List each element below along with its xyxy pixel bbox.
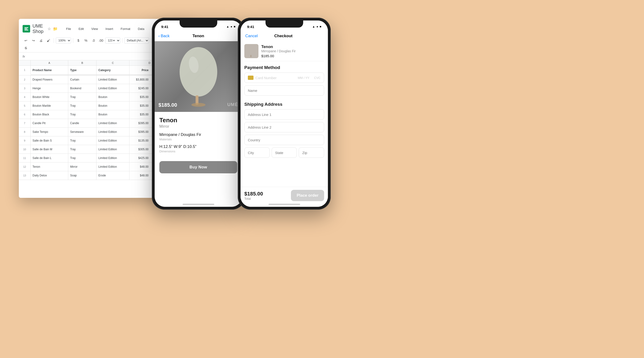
sheets-title-icons: ☆ 📁 — [47, 26, 58, 31]
cell-type[interactable]: Tray — [68, 136, 96, 145]
row-num: 5 — [19, 102, 30, 110]
cell-product-name[interactable]: Salle de Bain L — [30, 154, 68, 162]
city-input[interactable] — [244, 147, 270, 158]
state-input[interactable] — [272, 147, 297, 158]
cell-category[interactable]: Bouton — [96, 102, 130, 110]
checkout-item-thumbnail — [244, 44, 258, 58]
cell-product-name[interactable]: Bouton Black — [30, 110, 68, 119]
cell-category[interactable]: Limited Edition — [96, 119, 130, 127]
cell-type[interactable]: Serveware — [68, 128, 96, 136]
svg-point-0 — [180, 47, 217, 97]
cell-type[interactable]: Soap — [68, 171, 96, 180]
cell-category[interactable]: Limited Edition — [96, 75, 130, 84]
cell-price[interactable]: $48.00 — [130, 171, 151, 180]
col-product-name-header[interactable]: Product Name — [30, 66, 68, 75]
cell-product-name[interactable]: Bouton White — [30, 93, 68, 101]
currency-button[interactable]: $ — [75, 37, 82, 44]
cell-product-name[interactable]: Daily Detox — [30, 171, 68, 180]
cell-product-name[interactable]: Salle de Bain M — [30, 145, 68, 154]
cell-price[interactable]: $35.00 — [130, 93, 151, 101]
cell-product-name[interactable]: Candle Pit — [30, 119, 68, 127]
row-num-1: 1 — [19, 66, 30, 74]
col-header-a[interactable]: A — [30, 60, 68, 66]
phone-checkout: 9:41 ▲ ● ■ Cancel Checkout — [238, 18, 331, 210]
undo-button[interactable]: ↩ — [22, 37, 29, 44]
cell-price[interactable]: $425.00 — [130, 154, 151, 162]
menu-data[interactable]: Data — [136, 26, 147, 32]
folder-icon[interactable]: 📁 — [53, 26, 58, 31]
cell-category[interactable]: Limited Edition — [96, 145, 130, 154]
col-header-c[interactable]: C — [96, 60, 130, 66]
cell-category[interactable]: Limited Edition — [96, 136, 130, 145]
menu-format[interactable]: Format — [118, 26, 133, 32]
checkout-thumb-svg — [244, 44, 258, 58]
cell-product-name[interactable]: Sake Tempo — [30, 128, 68, 136]
phone1-status-icons: ▲ ● ■ — [226, 25, 236, 28]
cell-category[interactable]: Limited Edition — [96, 128, 130, 136]
cell-category[interactable]: Limited Edition — [96, 154, 130, 162]
cell-product-name[interactable]: Salle de Bain S — [30, 136, 68, 145]
cell-category[interactable]: Erode — [96, 171, 130, 180]
cell-product-name[interactable]: Henge — [30, 84, 68, 93]
cell-category[interactable]: Bouton — [96, 110, 130, 119]
cell-type[interactable]: Tray — [68, 110, 96, 119]
cell-product-name[interactable]: Draped Flowers — [30, 75, 68, 84]
col-header-b[interactable]: B — [68, 60, 96, 66]
cell-category[interactable]: Limited Edition — [96, 163, 130, 171]
cell-type[interactable]: Mirror — [68, 163, 96, 171]
cell-price[interactable]: $35.00 — [130, 102, 151, 110]
checkout-body[interactable]: Tenon Mirropane / Douglas Fir $185.00 Pa… — [240, 41, 328, 204]
row-num: 6 — [19, 110, 30, 119]
menu-edit[interactable]: Edit — [76, 26, 86, 32]
cell-product-name[interactable]: Tenon — [30, 163, 68, 171]
phone2-home-indicator — [268, 204, 300, 205]
print-button[interactable]: 🖨 — [38, 37, 44, 44]
cell-type[interactable]: Curtain — [68, 75, 96, 84]
decimal-decrease-button[interactable]: .0 — [90, 37, 97, 44]
address1-input[interactable] — [244, 109, 324, 120]
card-number-row[interactable]: Card Number MM / YY CVC — [244, 73, 324, 83]
cell-price[interactable]: $35.00 — [130, 110, 151, 119]
format-select[interactable]: 123 ▾ — [105, 38, 120, 44]
cell-type[interactable]: Tray — [68, 145, 96, 154]
strikethrough-button[interactable]: S — [22, 45, 29, 51]
country-input[interactable] — [244, 135, 324, 145]
cell-type[interactable]: Tray — [68, 93, 96, 101]
redo-button[interactable]: ↪ — [30, 37, 37, 44]
zoom-select[interactable]: 100% — [56, 38, 71, 44]
cell-price[interactable]: $135.00 — [130, 136, 151, 145]
address2-input[interactable] — [244, 122, 324, 132]
back-button[interactable]: ‹ Back — [158, 34, 170, 38]
paint-format-button[interactable]: 🖌 — [45, 37, 52, 44]
font-select[interactable]: Default (Ari... — [124, 38, 149, 44]
col-price-header[interactable]: Price — [130, 66, 151, 75]
zip-input[interactable] — [299, 147, 324, 158]
col-type-header[interactable]: Type — [68, 66, 96, 75]
cell-type[interactable]: Tray — [68, 154, 96, 162]
cell-type[interactable]: Bookend — [68, 84, 96, 93]
col-header-d[interactable]: D — [130, 60, 151, 66]
product-image: $185.00 UMÉ — [155, 41, 242, 112]
menu-insert[interactable]: Insert — [103, 26, 116, 32]
cell-price[interactable]: $305.00 — [130, 145, 151, 154]
cell-price[interactable]: $245.00 — [130, 84, 151, 93]
place-order-button[interactable]: Place order — [291, 190, 324, 201]
cell-price[interactable]: $395.00 — [130, 119, 151, 127]
cell-price[interactable]: $48.00 — [130, 163, 151, 171]
cell-type[interactable]: Candle — [68, 119, 96, 127]
cell-category[interactable]: Limited Edition — [96, 84, 130, 93]
cell-category[interactable]: Bouton — [96, 93, 130, 101]
cell-product-name[interactable]: Bouton Marble — [30, 102, 68, 110]
name-input[interactable] — [244, 85, 324, 96]
percent-button[interactable]: % — [82, 37, 89, 44]
cell-price[interactable]: $395.00 — [130, 128, 151, 136]
cell-price[interactable]: $3,800.00 — [130, 75, 151, 84]
menu-file[interactable]: File — [64, 26, 74, 32]
cell-type[interactable]: Tray — [68, 102, 96, 110]
cancel-button[interactable]: Cancel — [245, 34, 258, 38]
decimal-increase-button[interactable]: .00 — [98, 37, 104, 44]
col-category-header[interactable]: Category — [96, 66, 130, 75]
buy-now-button[interactable]: Buy Now — [159, 161, 237, 173]
menu-view[interactable]: View — [89, 26, 100, 32]
star-icon[interactable]: ☆ — [47, 26, 52, 31]
